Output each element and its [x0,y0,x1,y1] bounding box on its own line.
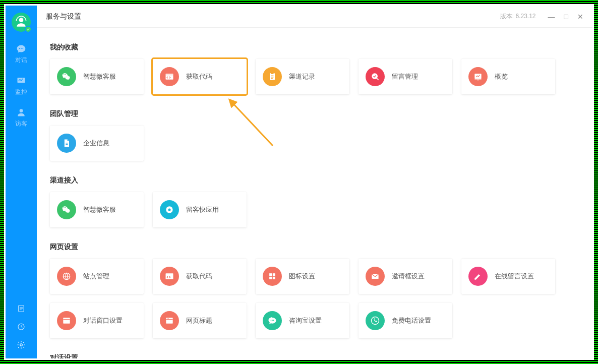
status-badge: ✓ [25,26,32,33]
code-icon [160,67,179,86]
team-row: 企业信息 [50,126,579,161]
globe-icon [57,267,76,286]
minimize-button[interactable]: — [548,13,555,20]
monitor-icon [16,76,26,86]
svg-rect-21 [273,277,275,279]
channel-row: 智慧微客服 留客快应用 [50,192,579,227]
clipboard-icon [263,67,282,86]
title-icon [160,311,179,330]
pencil-icon [468,267,488,286]
mail-icon [366,267,385,286]
card-get-code[interactable]: 获取代码 [153,59,247,94]
card-smart-wechat[interactable]: 智慧微客服 [50,59,144,94]
section-channel-title: 渠道接入 [50,176,579,185]
card-chat-window-settings[interactable]: 对话窗口设置 [50,303,144,338]
section-team-title: 团队管理 [50,109,579,118]
section-favorites-title: 我的收藏 [50,43,579,52]
card-label: 企业信息 [83,139,109,148]
chat-bubble-icon [263,311,282,330]
titlebar: 服务与设置 版本: 6.23.12 — □ ✕ [37,6,592,28]
svg-rect-20 [269,277,272,279]
page-title: 服务与设置 [46,12,81,21]
card-label: 获取代码 [186,272,212,281]
nav-chat[interactable]: 对话 [6,40,37,69]
card-smart-wechat2[interactable]: 智慧微客服 [50,192,144,227]
grid-icon [263,267,282,286]
phone-icon [366,311,385,330]
wechat-icon [57,200,76,219]
svg-point-25 [167,318,167,319]
version-label: 版本: 6.23.12 [500,12,536,21]
card-label: 免费电话设置 [392,316,431,325]
edit-icon [366,67,385,86]
svg-point-28 [272,320,273,321]
svg-rect-10 [270,73,275,80]
app-icon [160,200,179,219]
card-label: 渠道记录 [289,72,315,81]
section-dialog-title: 对话设置 [50,353,579,358]
doc-icon [57,134,76,153]
card-invite-settings[interactable]: 邀请框设置 [358,259,452,294]
svg-point-1 [19,48,20,49]
app-window: ✓ 对话 监控 访客 服务与设置 版本: 6.23.12 — □ ✕ [6,6,592,358]
notes-icon[interactable] [17,304,26,313]
svg-point-0 [19,18,24,22]
window-icon [57,311,76,330]
nav-chat-label: 对话 [15,56,27,65]
close-button[interactable]: ✕ [577,13,583,20]
content: 我的收藏 智慧微客服 获取代码 渠道记录 留言管理 [37,28,592,358]
svg-rect-11 [271,73,274,74]
maximize-button[interactable]: □ [564,13,568,20]
svg-rect-19 [273,273,275,276]
web-row: 站点管理 获取代码 图标设置 邀请框设置 在线留言设置 [50,259,579,338]
card-label: 网页标题 [186,316,212,325]
card-label: 留言管理 [392,72,418,81]
card-company-info[interactable]: 企业信息 [50,126,144,161]
svg-point-27 [271,320,272,321]
section-web-title: 网页设置 [50,242,579,252]
gear-icon[interactable] [17,340,26,349]
card-free-phone-settings[interactable]: 免费电话设置 [358,303,452,338]
nav-monitor-label: 监控 [15,88,27,96]
nav-visitor[interactable]: 访客 [6,103,37,132]
card-channel-record[interactable]: 渠道记录 [256,59,349,94]
card-message-manage[interactable]: 留言管理 [358,59,452,94]
nav-monitor[interactable]: 监控 [6,72,37,100]
card-label: 智慧微客服 [83,205,116,214]
card-label: 获取代码 [186,72,212,81]
clock-icon[interactable] [17,322,26,331]
card-label: 在线留言设置 [495,272,534,281]
card-label: 概览 [495,72,508,81]
svg-point-2 [21,48,22,49]
card-overview[interactable]: 概览 [461,59,555,94]
card-label: 站点管理 [83,272,109,281]
nav-visitor-label: 访客 [15,119,27,128]
main-panel: 服务与设置 版本: 6.23.12 — □ ✕ 我的收藏 智慧微客服 获取代码 [37,6,592,358]
card-liuke-app[interactable]: 留客快应用 [153,192,247,227]
svg-point-3 [23,48,24,49]
card-site-manage[interactable]: 站点管理 [50,259,144,294]
card-online-msg-settings[interactable]: 在线留言设置 [461,259,555,294]
sidebar: ✓ 对话 监控 访客 [6,6,37,358]
svg-point-8 [20,344,23,346]
card-icon-settings[interactable]: 图标设置 [256,259,349,294]
wechat-icon [57,67,76,86]
card-label: 咨询宝设置 [289,316,322,325]
svg-rect-18 [269,273,272,276]
card-label: 智慧微客服 [83,72,116,81]
card-label: 图标设置 [289,272,315,281]
svg-point-5 [20,109,23,112]
card-label: 邀请框设置 [392,272,425,281]
visitor-icon [16,107,26,117]
window-controls: — □ ✕ [548,13,583,20]
card-page-title-settings[interactable]: 网页标题 [153,303,247,338]
favorites-row: 智慧微客服 获取代码 渠道记录 留言管理 概览 [50,59,579,94]
card-label: 留客快应用 [186,205,219,214]
avatar[interactable]: ✓ [12,13,31,32]
card-zixunbao-settings[interactable]: 咨询宝设置 [256,303,349,338]
svg-point-15 [168,209,171,211]
svg-rect-23 [63,318,70,324]
svg-point-29 [273,320,274,321]
card-get-code2[interactable]: 获取代码 [153,259,247,294]
svg-point-26 [168,318,169,319]
